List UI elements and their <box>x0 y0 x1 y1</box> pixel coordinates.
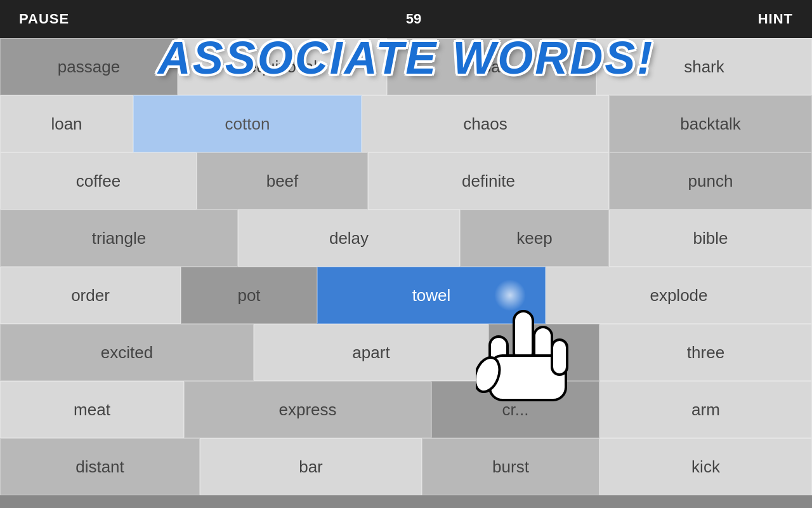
grid-row-6: meat express cr... arm <box>0 381 812 438</box>
word-grid: passage equivocal span shark loan cotton… <box>0 38 812 508</box>
cell-cr[interactable]: cr... <box>431 381 599 438</box>
grid-row-5: excited apart li... three <box>0 324 812 381</box>
cell-coffee[interactable]: coffee <box>0 152 197 210</box>
cell-chaos[interactable]: chaos <box>362 95 609 152</box>
cell-distant[interactable]: distant <box>0 438 200 495</box>
cell-express[interactable]: express <box>184 381 431 438</box>
hint-button[interactable]: HINT <box>758 11 793 27</box>
timer-display: 59 <box>406 11 421 27</box>
cell-towel[interactable]: towel <box>317 267 546 324</box>
cell-beef[interactable]: beef <box>197 152 368 210</box>
cell-explode[interactable]: explode <box>546 267 812 324</box>
cell-punch[interactable]: punch <box>609 152 812 210</box>
header: PAUSE 59 HINT <box>0 0 812 38</box>
cell-delay[interactable]: delay <box>238 210 460 267</box>
grid-row-1: loan cotton chaos backtalk <box>0 95 812 152</box>
cell-three[interactable]: three <box>599 324 812 381</box>
cell-bible[interactable]: bible <box>609 210 812 267</box>
cell-order[interactable]: order <box>0 267 181 324</box>
cell-meat[interactable]: meat <box>0 381 184 438</box>
pause-button[interactable]: PAUSE <box>19 11 69 27</box>
cell-loan[interactable]: loan <box>0 95 133 152</box>
cell-kick[interactable]: kick <box>599 438 812 495</box>
cell-definite[interactable]: definite <box>368 152 609 210</box>
grid-row-3: triangle delay keep bible <box>0 210 812 267</box>
grid-row-0: passage equivocal span shark <box>0 38 812 95</box>
cell-triangle[interactable]: triangle <box>0 210 238 267</box>
cell-equivocal[interactable]: equivocal <box>178 38 387 95</box>
cell-span[interactable]: span <box>387 38 596 95</box>
cell-shark[interactable]: shark <box>596 38 812 95</box>
cell-backtalk[interactable]: backtalk <box>609 95 812 152</box>
cell-pot[interactable]: pot <box>181 267 317 324</box>
cell-keep[interactable]: keep <box>460 210 609 267</box>
cell-excited[interactable]: excited <box>0 324 254 381</box>
cell-arm[interactable]: arm <box>599 381 812 438</box>
cell-cotton[interactable]: cotton <box>133 95 362 152</box>
cell-apart[interactable]: apart <box>254 324 488 381</box>
grid-row-4: order pot towel explode <box>0 267 812 324</box>
cell-bar[interactable]: bar <box>200 438 422 495</box>
cell-passage[interactable]: passage <box>0 38 178 95</box>
cell-burst[interactable]: burst <box>422 438 599 495</box>
grid-row-7: distant bar burst kick <box>0 438 812 495</box>
grid-row-2: coffee beef definite punch <box>0 152 812 210</box>
cell-li[interactable]: li... <box>488 324 599 381</box>
